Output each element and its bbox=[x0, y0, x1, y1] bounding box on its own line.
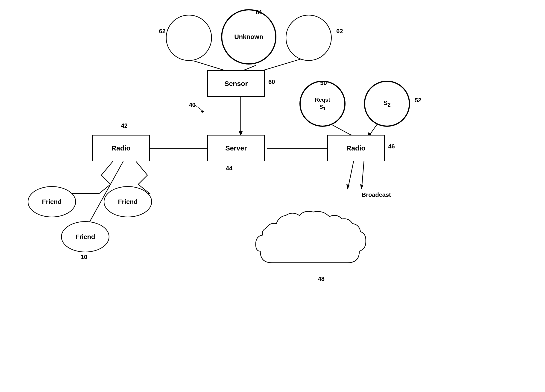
label-broadcast: Broadcast bbox=[362, 191, 391, 199]
svg-line-14 bbox=[348, 161, 353, 189]
label-46: 46 bbox=[388, 143, 395, 150]
sensor-node: Sensor bbox=[207, 70, 265, 97]
label-61: 61 bbox=[256, 9, 262, 16]
s2-node: S2 bbox=[364, 81, 410, 127]
label-42: 42 bbox=[121, 122, 128, 129]
svg-marker-15 bbox=[347, 184, 350, 189]
label-50: 50 bbox=[320, 80, 327, 87]
svg-line-0 bbox=[193, 61, 228, 71]
svg-marker-17 bbox=[360, 184, 364, 189]
friend3-node: Friend bbox=[61, 221, 109, 252]
svg-line-9 bbox=[369, 123, 378, 137]
unknown-right-node bbox=[286, 15, 332, 61]
friend3-label: Friend bbox=[75, 233, 95, 241]
radio-right-label: Radio bbox=[346, 144, 365, 152]
label-10: 10 bbox=[81, 254, 87, 261]
unknown-left-node bbox=[166, 15, 212, 61]
server-node: Server bbox=[207, 135, 265, 161]
svg-line-18 bbox=[195, 105, 204, 112]
radio-right-node: Radio bbox=[327, 135, 385, 161]
reqst-s1-node: ReqstS1 bbox=[299, 81, 346, 127]
friend2-node: Friend bbox=[104, 186, 152, 217]
server-label: Server bbox=[225, 144, 247, 152]
svg-line-16 bbox=[362, 161, 364, 189]
label-60: 60 bbox=[268, 78, 275, 86]
friend2-label: Friend bbox=[118, 198, 138, 205]
radio-left-label: Radio bbox=[111, 144, 130, 152]
label-48: 48 bbox=[318, 275, 325, 283]
cloud-shape bbox=[253, 198, 369, 272]
arrow-40 bbox=[195, 105, 209, 114]
label-62-right: 62 bbox=[336, 28, 343, 35]
label-62-left: 62 bbox=[159, 28, 166, 35]
radio-left-node: Radio bbox=[92, 135, 150, 161]
unknown-label: Unknown bbox=[234, 33, 263, 41]
sensor-label: Sensor bbox=[224, 80, 248, 87]
label-52: 52 bbox=[415, 97, 421, 104]
diagram: Unknown Sensor Server Radio Radio ReqstS… bbox=[0, 0, 545, 392]
friend1-node: Friend bbox=[28, 186, 76, 217]
friend1-label: Friend bbox=[42, 198, 62, 205]
unknown-center-node: Unknown bbox=[221, 9, 276, 64]
reqst-s1-label: ReqstS1 bbox=[315, 96, 330, 112]
s2-label: S2 bbox=[383, 99, 391, 108]
label-44: 44 bbox=[226, 165, 232, 172]
connections-svg bbox=[0, 0, 545, 392]
